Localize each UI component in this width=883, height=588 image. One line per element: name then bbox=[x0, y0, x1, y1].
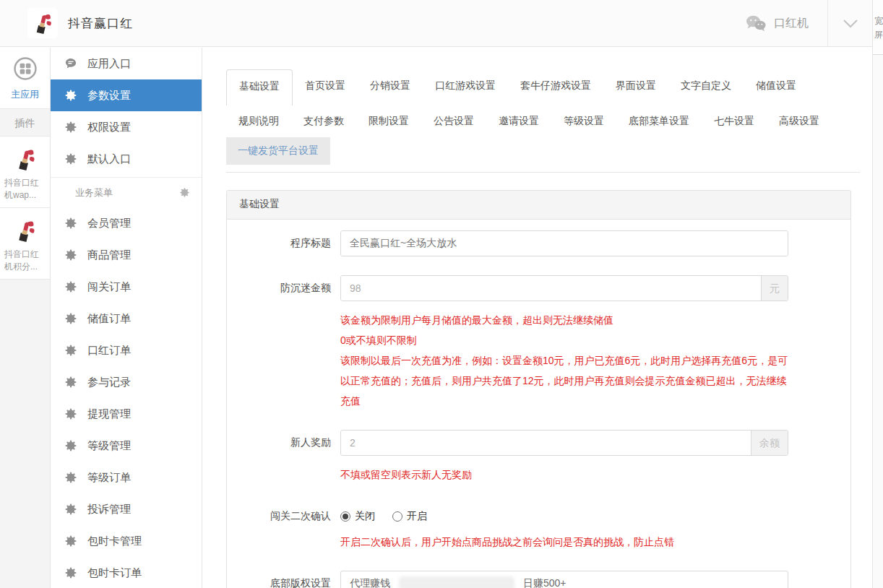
gear-icon bbox=[64, 248, 77, 261]
sidebar-item[interactable]: 会员管理 bbox=[51, 207, 202, 239]
anti-addiction-amount-input-group: 元 bbox=[340, 275, 788, 301]
tab-item[interactable]: 底部菜单设置 bbox=[616, 115, 702, 128]
newcomer-reward-input[interactable] bbox=[341, 431, 751, 455]
form-field-anti-addiction-amount: 防沉迷金额元该金额为限制用户每月储值的最大金额，超出则无法继续储值0或不填则不限… bbox=[227, 275, 850, 411]
gear-icon bbox=[64, 89, 77, 102]
radio-option-label: 关闭 bbox=[355, 510, 375, 523]
sidebar-item-label: 应用入口 bbox=[87, 57, 131, 71]
app-header: 抖音赢口红 口红机 bbox=[0, 0, 872, 47]
gear-icon bbox=[64, 566, 77, 579]
sidebar-item[interactable]: 权限设置 bbox=[51, 111, 202, 143]
plugin-item[interactable]: 抖音口红机wap... bbox=[0, 137, 50, 208]
sidebar-item[interactable]: 等级订单 bbox=[51, 462, 202, 493]
tab-item[interactable]: 公告设置 bbox=[421, 115, 486, 128]
sidebar-item-label: 等级订单 bbox=[87, 471, 131, 485]
gear-icon bbox=[64, 407, 77, 420]
gear-icon bbox=[64, 439, 77, 452]
sidebar-item[interactable]: 口红订单 bbox=[51, 334, 202, 366]
newcomer-reward-help-text: 不填或留空则表示新人无奖励 bbox=[340, 464, 788, 485]
sidebar-item-label: 会员管理 bbox=[87, 217, 131, 230]
radio-unchecked-icon[interactable] bbox=[392, 511, 402, 522]
program-title-control bbox=[340, 230, 788, 256]
sidebar-item[interactable]: 等级管理 bbox=[51, 430, 202, 462]
challenge-confirm-radio-option[interactable]: 开启 bbox=[392, 510, 427, 523]
tab-item[interactable]: 邀请设置 bbox=[486, 115, 551, 128]
gear-icon bbox=[64, 217, 77, 230]
sidebar-item[interactable]: 储值订单 bbox=[51, 303, 202, 334]
anti-addiction-amount-control: 元该金额为限制用户每月储值的最大金额，超出则无法继续储值0或不填则不限制该限制以… bbox=[340, 275, 788, 411]
sidebar-item[interactable]: 闯关订单 bbox=[51, 271, 202, 303]
help-line: 0或不填则不限制 bbox=[340, 330, 788, 350]
radio-checked-icon[interactable] bbox=[340, 511, 350, 522]
challenge-confirm-help-text: 开启二次确认后，用户开始点商品挑战之前会询问是否真的挑战，防止点错 bbox=[340, 532, 788, 552]
program-title-input[interactable] bbox=[341, 231, 788, 256]
rail-item-main-app[interactable]: 主应用 bbox=[0, 48, 50, 109]
tab-item[interactable]: 分销设置 bbox=[358, 69, 423, 105]
tab-item[interactable]: 等级设置 bbox=[551, 115, 616, 128]
form-field-footer-copyright: 底部版权设置代理赚钱日赚500+显示在首页和我的页面 bbox=[227, 571, 850, 588]
gear-icon bbox=[64, 376, 77, 389]
sidebar-item[interactable]: 商品管理 bbox=[51, 239, 202, 271]
tabs-divider bbox=[226, 172, 860, 173]
tab-item[interactable]: 七牛设置 bbox=[702, 115, 767, 128]
plugin-label: 抖音口红机积分... bbox=[4, 248, 45, 273]
comment-icon bbox=[64, 57, 77, 70]
challenge-confirm-control: 关闭开启开启二次确认后，用户开始点商品挑战之前会询问是否真的挑战，防止点错 bbox=[340, 503, 788, 552]
tab-item[interactable]: 基础设置 bbox=[226, 69, 293, 105]
gear-icon bbox=[64, 471, 77, 484]
sidebar-item-label: 包时卡订单 bbox=[87, 566, 142, 580]
tabs-row-3: 一键发货平台设置 bbox=[226, 137, 872, 165]
sidebar-item[interactable]: 参与记录 bbox=[51, 366, 202, 398]
sidebar-item[interactable]: 投诉管理 bbox=[51, 493, 202, 525]
widescreen-toggle[interactable]: 宽屏 bbox=[873, 0, 883, 55]
header-dropdown-button[interactable] bbox=[827, 0, 872, 46]
tab-item[interactable]: 首页设置 bbox=[293, 69, 358, 105]
help-line: 开启二次确认后，用户开始点商品挑战之前会询问是否真的挑战，防止点错 bbox=[340, 532, 788, 552]
tab-item[interactable]: 支付参数 bbox=[291, 115, 356, 128]
right-edge-strip: 宽屏 bbox=[872, 0, 883, 588]
help-line: 该限制以最后一次充值为准，例如：设置金额10元，用户已充值6元，此时用户选择再充… bbox=[340, 350, 788, 411]
gear-icon bbox=[64, 503, 77, 516]
sidebar-item[interactable]: 提现管理 bbox=[51, 398, 202, 430]
form-field-newcomer-reward: 新人奖励余额不填或留空则表示新人无奖励 bbox=[227, 430, 850, 485]
tabs-row-1: 基础设置首页设置分销设置口红游戏设置套牛仔游戏设置界面设置文字自定义储值设置 bbox=[226, 69, 872, 105]
gear-icon[interactable] bbox=[179, 187, 190, 198]
sidebar-item[interactable]: 参数设置 bbox=[51, 79, 202, 111]
form-field-program-title: 程序标题 bbox=[227, 230, 850, 256]
footer-copyright-input[interactable]: 代理赚钱日赚500+ bbox=[340, 571, 788, 588]
business-menu-header: 业务菜单 bbox=[51, 177, 202, 207]
sidebar-item-label: 包时卡管理 bbox=[87, 535, 142, 548]
lipstick-plugin-icon bbox=[9, 215, 41, 246]
basic-settings-panel: 基础设置 程序标题防沉迷金额元该金额为限制用户每月储值的最大金额，超出则无法继续… bbox=[226, 190, 851, 588]
anti-addiction-amount-input[interactable] bbox=[341, 276, 761, 301]
main-app-label: 主应用 bbox=[0, 88, 50, 101]
panel-title: 基础设置 bbox=[227, 191, 850, 220]
sidebar-item-label: 参数设置 bbox=[87, 89, 131, 103]
tabs-row-2: 规则说明支付参数限制设置公告设置邀请设置等级设置底部菜单设置七牛设置高级设置 bbox=[226, 105, 872, 137]
sidebar-item[interactable]: 应用入口 bbox=[51, 48, 202, 79]
chevron-down-icon bbox=[843, 19, 858, 28]
wechat-icon bbox=[745, 14, 767, 32]
tab-item[interactable]: 口红游戏设置 bbox=[423, 69, 508, 105]
tab-item[interactable]: 高级设置 bbox=[767, 115, 832, 128]
sidebar-item[interactable]: 包时卡管理 bbox=[51, 525, 202, 557]
plugin-item[interactable]: 抖音口红机积分... bbox=[0, 208, 50, 280]
sidebar-item[interactable]: 包时卡订单 bbox=[51, 557, 202, 588]
sidebar-item-label: 闯关订单 bbox=[87, 280, 131, 294]
help-line: 不填或留空则表示新人无奖励 bbox=[340, 464, 788, 485]
app-title: 抖音赢口红 bbox=[68, 15, 133, 32]
tab-item[interactable]: 套牛仔游戏设置 bbox=[508, 69, 603, 105]
tab-item[interactable]: 规则说明 bbox=[226, 115, 291, 128]
tab-item-pill[interactable]: 一键发货平台设置 bbox=[226, 137, 330, 165]
tab-item[interactable]: 限制设置 bbox=[356, 115, 421, 128]
sidebar-item[interactable]: 默认入口 bbox=[51, 143, 202, 175]
anti-addiction-amount-addon: 元 bbox=[761, 276, 788, 301]
tab-item[interactable]: 界面设置 bbox=[603, 69, 668, 105]
tab-item[interactable]: 文字自定义 bbox=[668, 69, 744, 105]
tab-item[interactable]: 储值设置 bbox=[744, 69, 809, 105]
account-switcher[interactable]: 口红机 bbox=[726, 0, 827, 46]
challenge-confirm-radio-option[interactable]: 关闭 bbox=[340, 510, 375, 523]
redacted-blur bbox=[399, 576, 514, 588]
sidebar-item-label: 默认入口 bbox=[87, 152, 131, 166]
settings-form: 程序标题防沉迷金额元该金额为限制用户每月储值的最大金额，超出则无法继续储值0或不… bbox=[227, 230, 850, 588]
